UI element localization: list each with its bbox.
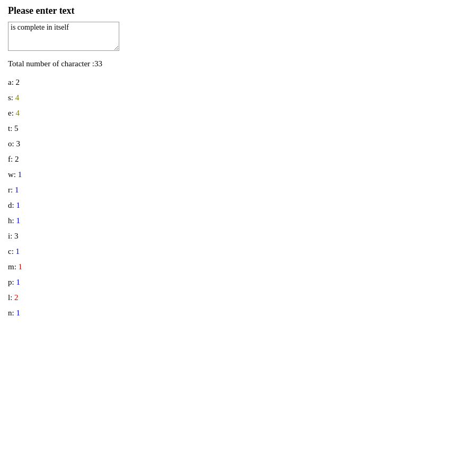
list-item: r: 1 bbox=[8, 186, 468, 195]
list-item: l: 2 bbox=[8, 293, 468, 302]
list-item: w: 1 bbox=[8, 170, 468, 179]
char-total: Total number of character :33 bbox=[8, 59, 468, 68]
char-count: 2 bbox=[15, 155, 19, 163]
char-count: 1 bbox=[16, 278, 20, 286]
char-count: 1 bbox=[15, 186, 19, 194]
total-label: Total number of character : bbox=[8, 59, 94, 68]
char-count: 2 bbox=[16, 78, 20, 86]
char-letter: f: bbox=[8, 155, 15, 163]
char-count: 1 bbox=[16, 247, 20, 256]
list-item: h: 1 bbox=[8, 216, 468, 225]
char-count: 4 bbox=[15, 93, 20, 102]
char-letter: m: bbox=[8, 262, 19, 271]
char-letter: p: bbox=[8, 278, 16, 286]
list-item: n: 1 bbox=[8, 309, 468, 318]
char-count: 3 bbox=[16, 139, 20, 148]
char-count: 2 bbox=[14, 293, 19, 302]
char-count: 1 bbox=[19, 262, 23, 271]
char-count: 1 bbox=[16, 309, 20, 317]
char-count: 1 bbox=[16, 216, 20, 225]
char-letter: s: bbox=[8, 93, 15, 102]
char-count: 5 bbox=[14, 124, 19, 133]
char-letter: w: bbox=[8, 170, 18, 179]
char-letter: a: bbox=[8, 78, 16, 86]
char-count: 3 bbox=[14, 232, 19, 240]
char-letter: h: bbox=[8, 216, 16, 225]
list-item: p: 1 bbox=[8, 278, 468, 287]
char-count: 4 bbox=[16, 109, 20, 117]
char-count: 1 bbox=[18, 170, 22, 179]
char-letter: r: bbox=[8, 186, 15, 194]
list-item: c: 1 bbox=[8, 247, 468, 256]
char-letter: d: bbox=[8, 201, 16, 209]
char-letter: t: bbox=[8, 124, 14, 133]
page-title: Please enter text bbox=[8, 5, 468, 16]
list-item: d: 1 bbox=[8, 201, 468, 210]
list-item: i: 3 bbox=[8, 232, 468, 241]
char-letter: c: bbox=[8, 247, 16, 256]
char-letter: i: bbox=[8, 232, 14, 240]
list-item: m: 1 bbox=[8, 262, 468, 271]
char-letter: e: bbox=[8, 109, 16, 117]
char-letter: n: bbox=[8, 309, 16, 317]
text-input[interactable]: is complete in itself bbox=[8, 22, 119, 51]
char-letter: o: bbox=[8, 139, 16, 148]
list-item: f: 2 bbox=[8, 155, 468, 164]
list-item: t: 5 bbox=[8, 124, 468, 133]
char-count: 1 bbox=[16, 201, 20, 209]
list-item: o: 3 bbox=[8, 139, 468, 148]
list-item: a: 2 bbox=[8, 78, 468, 87]
char-frequency-list: a: 2s: 4e: 4t: 5o: 3f: 2w: 1r: 1d: 1h: 1… bbox=[8, 78, 468, 318]
list-item: s: 4 bbox=[8, 93, 468, 102]
char-letter: l: bbox=[8, 293, 14, 302]
list-item: e: 4 bbox=[8, 109, 468, 118]
total-count: 33 bbox=[94, 59, 102, 68]
